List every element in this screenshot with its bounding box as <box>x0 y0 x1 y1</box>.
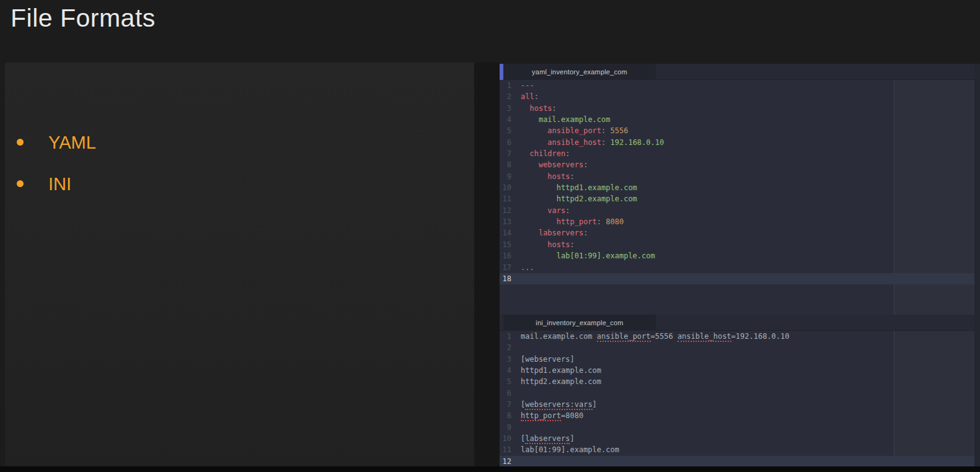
line-number: 13 <box>500 216 511 227</box>
line-number: 5 <box>500 376 511 387</box>
line-number: 3 <box>500 103 511 114</box>
code-line[interactable]: 14 labservers: <box>500 227 980 238</box>
editor-right-margin <box>974 315 980 468</box>
line-number: 7 <box>500 399 511 410</box>
code-line[interactable]: 6 <box>500 388 980 399</box>
code-text: http_port: 8080 <box>511 216 624 227</box>
line-number: 8 <box>500 410 511 421</box>
line-number: 1 <box>500 331 511 342</box>
line-number: 1 <box>500 80 511 91</box>
line-number: 15 <box>500 239 511 250</box>
bullet-item-yaml: YAML <box>5 132 474 153</box>
presentation-slide: File Formats YAML INI yaml_inventory_exa… <box>0 0 980 472</box>
code-line[interactable]: 12 <box>500 456 980 467</box>
code-line[interactable]: 3[webservers] <box>500 354 980 365</box>
code-text <box>511 422 521 433</box>
code-text: ansible_host: 192.168.0.10 <box>511 137 664 148</box>
tab-label: ini_inventory_example_com <box>536 319 623 326</box>
code-line[interactable]: 11lab[01:99].example.com <box>500 444 980 455</box>
tab-ini-inventory[interactable]: ini_inventory_example_com <box>503 315 656 331</box>
code-line[interactable]: 4httpd1.example.com <box>500 365 980 376</box>
code-text: httpd1.example.com <box>511 182 637 193</box>
panel-gap <box>474 63 500 468</box>
tab-yaml-inventory[interactable]: yaml_inventory_example_com <box>503 64 656 80</box>
code-text: mail.example.com <box>511 114 611 125</box>
code-text: children: <box>511 148 570 159</box>
line-number: 8 <box>500 159 511 170</box>
code-line[interactable]: 16 lab[01:99].example.com <box>500 250 980 261</box>
code-text: [webservers:vars] <box>511 399 597 410</box>
code-line[interactable]: 1--- <box>500 80 980 91</box>
line-number: 14 <box>500 227 511 238</box>
code-text: [labservers] <box>511 433 575 444</box>
bullet-label: INI <box>48 173 71 194</box>
code-text: ansible_port: 5556 <box>511 125 628 136</box>
code-line[interactable]: 17... <box>500 262 980 273</box>
code-text: --- <box>511 80 534 91</box>
code-line[interactable]: 7 children: <box>500 148 980 159</box>
code-area-ini[interactable]: 1mail.example.com ansible_port=5556 ansi… <box>500 331 980 468</box>
editor-panel-yaml: yaml_inventory_example_com 1---2all:3 ho… <box>500 64 980 315</box>
bullet-icon <box>17 139 24 146</box>
line-number: 4 <box>500 365 511 376</box>
editor-right-margin <box>974 64 980 315</box>
code-text <box>511 342 521 353</box>
line-number: 7 <box>500 148 511 159</box>
code-line[interactable]: 9 <box>500 422 980 433</box>
code-text: lab[01:99].example.com <box>511 250 655 261</box>
page-title: File Formats <box>11 4 156 33</box>
tab-label: yaml_inventory_example_com <box>532 68 627 76</box>
code-text: hosts: <box>511 103 557 114</box>
line-number: 4 <box>500 114 511 125</box>
code-text <box>511 456 521 467</box>
line-number: 10 <box>500 182 511 193</box>
code-text: mail.example.com ansible_port=5556 ansib… <box>511 331 790 342</box>
code-line[interactable]: 7[webservers:vars] <box>500 399 980 410</box>
code-line[interactable]: 9 hosts: <box>500 171 980 182</box>
code-line[interactable]: 5 ansible_port: 5556 <box>500 125 980 136</box>
code-text: all: <box>511 91 539 102</box>
bullet-icon <box>17 180 24 187</box>
code-text: httpd2.example.com <box>511 193 637 204</box>
line-number: 3 <box>500 354 511 365</box>
code-text <box>511 388 521 399</box>
code-area-yaml[interactable]: 1---2all:3 hosts:4 mail.example.com5 ans… <box>500 80 980 315</box>
code-line[interactable]: 13 http_port: 8080 <box>500 216 980 227</box>
code-line[interactable]: 10[labservers] <box>500 433 980 444</box>
code-text: http_port=8080 <box>511 410 583 421</box>
line-number: 5 <box>500 125 511 136</box>
bullet-item-ini: INI <box>5 173 474 194</box>
code-line[interactable]: 15 hosts: <box>500 239 980 250</box>
code-text: vars: <box>511 205 570 216</box>
code-line[interactable]: 3 hosts: <box>500 103 980 114</box>
code-line[interactable]: 18 <box>500 273 980 284</box>
line-number: 6 <box>500 137 511 148</box>
code-line[interactable]: 5httpd2.example.com <box>500 376 980 387</box>
line-number: 11 <box>500 193 511 204</box>
slide-content-panel: YAML INI <box>5 63 474 466</box>
line-number: 18 <box>500 273 511 284</box>
code-line[interactable]: 2all: <box>500 91 980 102</box>
line-number: 2 <box>500 91 511 102</box>
line-number: 12 <box>500 456 511 467</box>
code-text: webservers: <box>511 159 588 170</box>
tab-bar: yaml_inventory_example_com <box>500 64 980 80</box>
line-number: 12 <box>500 205 511 216</box>
code-line[interactable]: 2 <box>500 342 980 353</box>
line-number: 16 <box>500 250 511 261</box>
code-line[interactable]: 6 ansible_host: 192.168.0.10 <box>500 137 980 148</box>
code-line[interactable]: 10 httpd1.example.com <box>500 182 980 193</box>
code-line[interactable]: 8 webservers: <box>500 159 980 170</box>
tab-bar: ini_inventory_example_com <box>500 315 980 331</box>
code-text <box>511 273 521 284</box>
line-number: 9 <box>500 171 511 182</box>
bottom-bar <box>0 466 980 472</box>
line-number: 6 <box>500 388 511 399</box>
code-line[interactable]: 12 vars: <box>500 205 980 216</box>
code-text: labservers: <box>511 227 588 238</box>
code-line[interactable]: 11 httpd2.example.com <box>500 193 980 204</box>
line-number: 11 <box>500 444 511 455</box>
code-line[interactable]: 8http_port=8080 <box>500 410 980 421</box>
code-line[interactable]: 4 mail.example.com <box>500 114 980 125</box>
code-line[interactable]: 1mail.example.com ansible_port=5556 ansi… <box>500 331 980 342</box>
